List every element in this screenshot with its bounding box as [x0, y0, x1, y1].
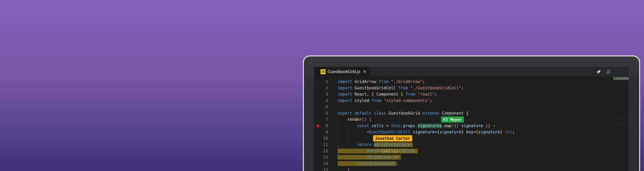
line-number[interactable]: 2: [314, 85, 328, 91]
code-line-text: import styled from "styled-components";: [338, 98, 432, 104]
code-line[interactable]: 4import styled from "styled-components";: [314, 98, 629, 104]
collaborator-cursor-flag: PJ Meyer: [441, 116, 464, 123]
line-number[interactable]: 4: [314, 98, 328, 104]
code-line[interactable]: 11 return <GridContainer>: [314, 142, 629, 148]
code-line[interactable]: 8 const cells = this.props.signatures.ma…: [314, 123, 629, 129]
code-line-text: export default class GuestbookGrid exten…: [338, 110, 468, 117]
code-line-text: }: [338, 167, 350, 171]
javascript-file-icon: JS: [320, 69, 326, 74]
line-number[interactable]: 9: [314, 129, 328, 135]
code-line[interactable]: 5: [314, 104, 629, 110]
pin-icon[interactable]: [596, 69, 602, 75]
line-number[interactable]: 8: [314, 123, 328, 129]
line-number[interactable]: 1: [314, 79, 328, 85]
search-file-icon[interactable]: [606, 69, 612, 75]
line-number[interactable]: 12: [314, 148, 328, 154]
line-number[interactable]: 3: [314, 91, 328, 98]
collaborator-name: PJ Meyer: [443, 117, 462, 122]
editor-screen: JS GuestbookGrid.js ✕: [314, 67, 629, 171]
code-line[interactable]: 15 }: [314, 167, 629, 171]
code-line-text: import GuestbookGridCell from "./Guestbo…: [338, 85, 464, 91]
code-line-text: render() {: [338, 116, 372, 123]
tab-guestbookgrid[interactable]: JS GuestbookGrid.js ✕: [314, 67, 370, 76]
code-line-text: <GuestbookGridCell signature={signature}…: [338, 129, 515, 135]
tab-bar: JS GuestbookGrid.js ✕: [314, 67, 629, 76]
line-number[interactable]: 5: [314, 104, 328, 110]
code-line[interactable]: 12 <Grid>{cells}</Grid>: [314, 148, 629, 154]
code-editor[interactable]: 1import GridArrow from "./GridArrow";2im…: [314, 76, 629, 171]
code-line-text: <GridArrow />: [338, 154, 401, 160]
line-number[interactable]: 6: [314, 110, 328, 117]
line-number[interactable]: 15: [314, 167, 328, 171]
code-line-text: import React, { Component } from "react"…: [338, 91, 437, 98]
collaborator-name: Jonathan Carter: [375, 136, 410, 141]
line-number[interactable]: 11: [314, 142, 328, 148]
line-number[interactable]: 7: [314, 116, 328, 123]
code-line-text: return <GridContainer>: [338, 142, 413, 148]
code-line[interactable]: 9 <GuestbookGridCell signature={signatur…: [314, 129, 629, 135]
code-line-text: import GridArrow from "./GridArrow";: [338, 79, 425, 85]
line-number[interactable]: 10: [314, 135, 328, 142]
code-line[interactable]: 10: [314, 135, 629, 142]
breakpoint-icon[interactable]: [316, 124, 319, 127]
editor-window: JS GuestbookGrid.js ✕: [303, 55, 640, 171]
code-line[interactable]: 13 <GridArrow />: [314, 154, 629, 160]
code-line[interactable]: 1import GridArrow from "./GridArrow";: [314, 79, 629, 85]
code-line-text: <Grid>{cells}</Grid>: [338, 148, 418, 154]
code-line[interactable]: 6export default class GuestbookGrid exte…: [314, 110, 629, 117]
line-number[interactable]: 14: [314, 160, 328, 167]
close-tab-icon[interactable]: ✕: [363, 69, 366, 74]
page-background: { "colors": { "bg_top": "#8761C0", "bg_m…: [0, 0, 644, 171]
code-line[interactable]: 3import React, { Component } from "react…: [314, 91, 629, 98]
code-line[interactable]: 2import GuestbookGridCell from "./Guestb…: [314, 85, 629, 91]
code-line[interactable]: 14 </GridContainer>;: [314, 160, 629, 167]
code-line-text: const cells = this.props.signatures.map(…: [338, 123, 495, 129]
collaborator-cursor-flag: Jonathan Carter: [373, 135, 412, 141]
tab-filename: GuestbookGrid.js: [328, 69, 360, 74]
clipped-number-literal: 5000000: [613, 76, 629, 81]
line-number[interactable]: 13: [314, 154, 328, 160]
code-line[interactable]: 7 render() {: [314, 116, 629, 123]
code-line-text: </GridContainer>;: [338, 160, 398, 167]
